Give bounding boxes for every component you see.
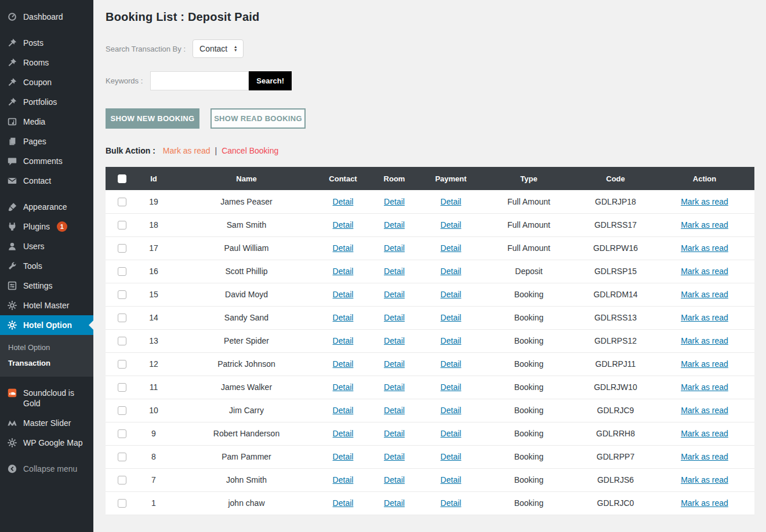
row-checkbox[interactable] [118,221,126,229]
payment-detail-link[interactable]: Detail [441,429,462,438]
mark-as-read-link[interactable]: Mark as read [681,359,728,369]
sidebar-item-appearance[interactable]: Appearance [0,197,93,217]
room-detail-link[interactable]: Detail [384,452,405,461]
payment-detail-link[interactable]: Detail [441,452,462,461]
row-checkbox[interactable] [118,476,126,484]
contact-detail-link[interactable]: Detail [333,220,354,229]
contact-detail-link[interactable]: Detail [333,267,354,276]
room-detail-link[interactable]: Detail [384,406,405,415]
room-detail-link[interactable]: Detail [384,475,405,484]
mark-as-read-link[interactable]: Mark as read [681,220,728,229]
payment-detail-link[interactable]: Detail [441,197,462,206]
sidebar-item-tools[interactable]: Tools [0,256,93,276]
mark-as-read-link[interactable]: Mark as read [681,267,728,276]
sidebar-item-plugins[interactable]: Plugins1 [0,217,93,236]
contact-detail-link[interactable]: Detail [333,498,354,508]
row-checkbox[interactable] [118,314,126,322]
row-checkbox[interactable] [118,244,126,253]
bulk-mark-as-read-link[interactable]: Mark as read [163,146,210,155]
payment-detail-link[interactable]: Detail [441,382,462,392]
mark-as-read-link[interactable]: Mark as read [681,406,728,415]
contact-detail-link[interactable]: Detail [333,382,354,392]
mark-as-read-link[interactable]: Mark as read [681,290,728,299]
mark-as-read-link[interactable]: Mark as read [681,243,728,253]
mark-as-read-link[interactable]: Mark as read [681,452,728,461]
room-detail-link[interactable]: Detail [384,243,405,253]
sidebar-item-soundcloud-is-gold[interactable]: Soundcloud is Gold [0,383,93,413]
keywords-input[interactable] [150,71,249,90]
sidebar-item-master-slider[interactable]: Master Slider [0,413,93,433]
sidebar-item-dashboard[interactable]: Dashboard [0,7,93,27]
mark-as-read-link[interactable]: Mark as read [681,429,728,438]
mark-as-read-link[interactable]: Mark as read [681,498,728,508]
room-detail-link[interactable]: Detail [384,359,405,369]
contact-detail-link[interactable]: Detail [333,336,354,345]
show-read-booking-button[interactable]: SHOW READ BOOKING [210,108,306,129]
sidebar-item-pages[interactable]: Pages [0,132,93,151]
row-checkbox[interactable] [118,453,126,461]
payment-detail-link[interactable]: Detail [441,313,462,322]
payment-detail-link[interactable]: Detail [441,336,462,345]
sidebar-item-portfolios[interactable]: Portfolios [0,92,93,112]
row-checkbox[interactable] [118,290,126,299]
room-detail-link[interactable]: Detail [384,382,405,392]
sidebar-item-settings[interactable]: Settings [0,276,93,296]
row-checkbox[interactable] [118,383,126,392]
sidebar-item-wp-google-map[interactable]: WP Google Map [0,433,93,453]
submenu-item-hotel-option[interactable]: Hotel Option [0,340,93,355]
sidebar-item-posts[interactable]: Posts [0,33,93,53]
submenu-item-transaction[interactable]: Transaction [0,355,93,371]
sidebar-item-coupon[interactable]: Coupon [0,72,93,92]
contact-detail-link[interactable]: Detail [333,313,354,322]
row-checkbox[interactable] [118,198,126,206]
sidebar-item-collapse-menu[interactable]: Collapse menu [0,459,93,479]
show-new-booking-button[interactable]: SHOW NEW BOOKING [106,108,199,129]
room-detail-link[interactable]: Detail [384,429,405,438]
sidebar-item-rooms[interactable]: Rooms [0,53,93,72]
mark-as-read-link[interactable]: Mark as read [681,197,728,206]
search-button[interactable]: Search! [249,71,292,90]
payment-detail-link[interactable]: Detail [441,243,462,253]
contact-detail-link[interactable]: Detail [333,197,354,206]
room-detail-link[interactable]: Detail [384,220,405,229]
row-checkbox[interactable] [118,267,126,276]
payment-detail-link[interactable]: Detail [441,406,462,415]
row-checkbox[interactable] [118,406,126,415]
contact-detail-link[interactable]: Detail [333,406,354,415]
sidebar-item-hotel-master[interactable]: Hotel Master [0,296,93,315]
room-detail-link[interactable]: Detail [384,197,405,206]
contact-detail-link[interactable]: Detail [333,290,354,299]
payment-detail-link[interactable]: Detail [441,475,462,484]
sidebar-item-contact[interactable]: Contact [0,171,93,191]
row-checkbox[interactable] [118,360,126,369]
row-checkbox[interactable] [118,499,126,508]
payment-detail-link[interactable]: Detail [441,290,462,299]
sidebar-item-media[interactable]: Media [0,112,93,132]
contact-detail-link[interactable]: Detail [333,359,354,369]
payment-detail-link[interactable]: Detail [441,267,462,276]
room-detail-link[interactable]: Detail [384,290,405,299]
mark-as-read-link[interactable]: Mark as read [681,475,728,484]
contact-detail-link[interactable]: Detail [333,452,354,461]
search-by-select[interactable]: Contact ▴▾ [193,39,244,58]
mark-as-read-link[interactable]: Mark as read [681,382,728,392]
room-detail-link[interactable]: Detail [384,267,405,276]
contact-detail-link[interactable]: Detail [333,429,354,438]
bulk-cancel-booking-link[interactable]: Cancel Booking [222,146,278,155]
contact-detail-link[interactable]: Detail [333,243,354,253]
sidebar-item-users[interactable]: Users [0,236,93,256]
row-checkbox[interactable] [118,337,126,345]
mark-as-read-link[interactable]: Mark as read [681,313,728,322]
mark-as-read-link[interactable]: Mark as read [681,336,728,345]
room-detail-link[interactable]: Detail [384,498,405,508]
sidebar-item-comments[interactable]: Comments [0,151,93,171]
contact-detail-link[interactable]: Detail [333,475,354,484]
row-checkbox[interactable] [118,429,126,438]
room-detail-link[interactable]: Detail [384,313,405,322]
payment-detail-link[interactable]: Detail [441,359,462,369]
payment-detail-link[interactable]: Detail [441,498,462,508]
select-all-checkbox[interactable] [118,174,126,183]
room-detail-link[interactable]: Detail [384,336,405,345]
sidebar-item-hotel-option[interactable]: Hotel Option [0,315,93,335]
payment-detail-link[interactable]: Detail [441,220,462,229]
